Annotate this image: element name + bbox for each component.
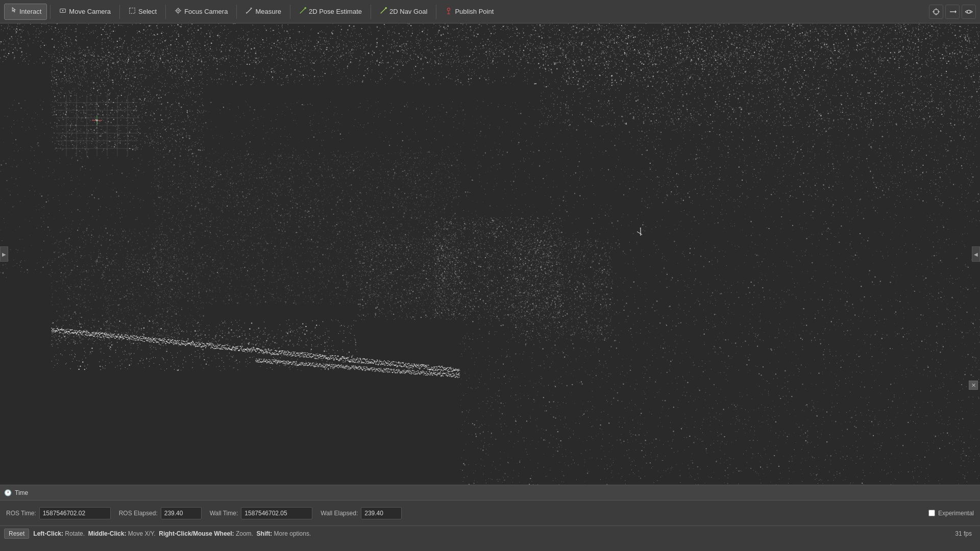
collapse-left-btn[interactable]: ▶ [0, 246, 8, 262]
svg-line-12 [300, 8, 306, 14]
wall-time-label: Wall Time: [210, 510, 238, 517]
nav-goal-tool[interactable]: 2D Nav Goal [374, 4, 433, 20]
ros-time-input[interactable] [39, 507, 111, 519]
svg-point-4 [178, 10, 179, 12]
fps-display: 31 fps [955, 530, 976, 537]
svg-point-16 [448, 8, 450, 11]
grid-overlay [56, 95, 138, 156]
select-label: Select [138, 8, 157, 15]
publish-point-label: Publish Point [455, 8, 494, 15]
publish-point-tool[interactable]: Publish Point [439, 4, 499, 20]
wall-time-group: Wall Time: [210, 507, 313, 519]
svg-rect-2 [130, 8, 135, 14]
ros-time-group: ROS Time: [6, 507, 111, 519]
svg-point-15 [385, 7, 387, 9]
ros-elapsed-label: ROS Elapsed: [119, 510, 158, 517]
select-tool[interactable]: Select [123, 4, 162, 20]
wall-time-input[interactable] [241, 507, 312, 519]
crosshair-btn[interactable] [929, 5, 943, 19]
interact-icon [10, 7, 17, 16]
pose-estimate-icon [299, 7, 306, 16]
measure-tool[interactable]: Measure [240, 4, 287, 20]
pointcloud-view[interactable] [0, 23, 980, 485]
publish-point-icon [445, 7, 452, 16]
reset-button[interactable]: Reset [4, 529, 29, 539]
interact-label: Interact [19, 8, 41, 15]
move-camera-icon [59, 7, 66, 16]
nav-goal-icon [380, 7, 387, 16]
status-close-btn[interactable]: ✕ [969, 381, 978, 390]
select-icon [129, 7, 136, 16]
time-header-label: Time [15, 489, 28, 496]
separator-6 [371, 5, 371, 19]
svg-marker-23 [955, 10, 957, 13]
wall-elapsed-group: Wall Elapsed: [321, 507, 402, 519]
move-camera-tool[interactable]: Move Camera [54, 4, 116, 20]
focus-camera-tool[interactable]: Focus Camera [169, 4, 233, 20]
help-text: Left-Click: Rotate. Middle-Click: Move X… [33, 530, 311, 537]
measure-icon [246, 7, 253, 16]
interact-tool[interactable]: Interact [4, 4, 47, 20]
move-camera-label: Move Camera [69, 8, 111, 15]
separator-7 [436, 5, 436, 19]
toolbar: Interact Move Camera Select [0, 0, 980, 23]
ros-elapsed-group: ROS Elapsed: [119, 507, 202, 519]
minus-btn[interactable] [945, 5, 960, 19]
svg-line-9 [247, 8, 252, 14]
eye-btn[interactable] [962, 5, 976, 19]
experimental-label: Experimental [938, 510, 974, 517]
collapse-right-btn[interactable]: ◀ [972, 246, 980, 262]
wall-elapsed-input[interactable] [361, 507, 402, 519]
focus-camera-icon [175, 7, 182, 16]
pose-estimate-label: 2D Pose Estimate [309, 8, 362, 15]
separator-2 [119, 5, 120, 19]
help-bar: Reset Left-Click: Rotate. Middle-Click: … [0, 526, 980, 541]
statusbar: 🕐 Time ROS Time: ROS Elapsed: Wall Time:… [0, 485, 980, 551]
separator-3 [165, 5, 166, 19]
toolbar-right [929, 5, 976, 19]
svg-point-1 [62, 10, 64, 12]
svg-line-14 [381, 8, 386, 14]
pose-estimate-tool[interactable]: 2D Pose Estimate [293, 4, 368, 20]
focus-camera-label: Focus Camera [184, 8, 228, 15]
nav-goal-label: 2D Nav Goal [389, 8, 427, 15]
viewport[interactable]: ▶ ◀ [0, 23, 980, 485]
svg-point-41 [96, 119, 98, 121]
experimental-group: Experimental [928, 510, 974, 517]
time-header: 🕐 Time [0, 485, 980, 500]
separator-4 [236, 5, 237, 19]
time-fields: ROS Time: ROS Elapsed: Wall Time: Wall E… [0, 500, 980, 526]
measure-label: Measure [255, 8, 281, 15]
svg-point-13 [304, 7, 306, 9]
ros-time-label: ROS Time: [6, 510, 36, 517]
experimental-checkbox[interactable] [928, 510, 935, 516]
separator-5 [290, 5, 290, 19]
separator-1 [50, 5, 51, 19]
wall-elapsed-label: Wall Elapsed: [321, 510, 358, 517]
ros-elapsed-input[interactable] [161, 507, 202, 519]
time-clock-icon: 🕐 [4, 489, 12, 496]
